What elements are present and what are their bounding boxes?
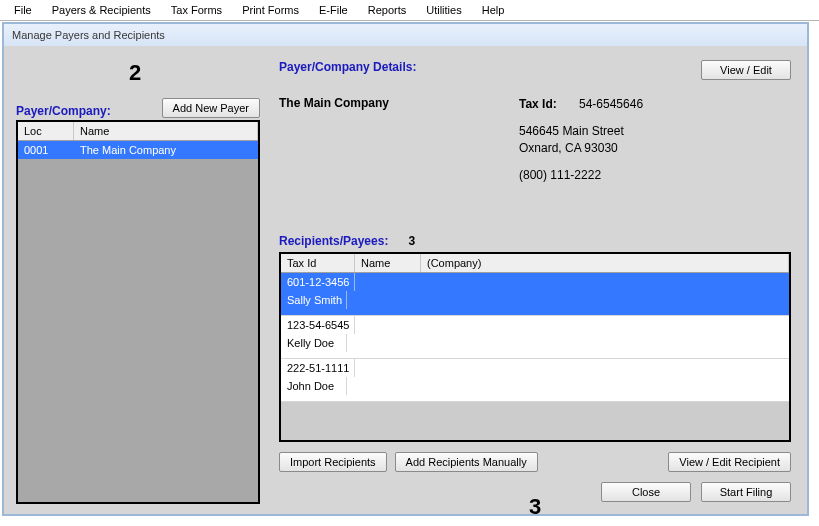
payers-th-name[interactable]: Name xyxy=(74,122,258,140)
address-line2: Oxnard, CA 93030 xyxy=(519,140,643,157)
annotation-3: 3 xyxy=(281,494,789,520)
taxid-label: Tax Id: xyxy=(519,96,579,113)
menu-efile[interactable]: E-File xyxy=(309,2,358,18)
menubar: File Payers & Recipients Tax Forms Print… xyxy=(0,0,819,21)
payers-th-loc[interactable]: Loc xyxy=(18,122,74,140)
menu-reports[interactable]: Reports xyxy=(358,2,417,18)
payers-column: Payer/Company: Add New Payer Loc Name 00… xyxy=(16,98,260,504)
recip-cell-company xyxy=(281,352,789,358)
recip-row[interactable]: 222-51-1111 John Doe xyxy=(281,359,789,402)
view-edit-recipient-button[interactable]: View / Edit Recipient xyxy=(668,452,791,472)
menu-utilities[interactable]: Utilities xyxy=(416,2,471,18)
recipients-table: Tax Id Name (Company) 601-12-3456 Sally … xyxy=(279,252,791,442)
recipients-count: 3 xyxy=(408,234,415,248)
recip-th-taxid[interactable]: Tax Id xyxy=(281,254,355,272)
address-line1: 546645 Main Street xyxy=(519,123,643,140)
recip-th-name[interactable]: Name xyxy=(355,254,421,272)
add-new-payer-button[interactable]: Add New Payer xyxy=(162,98,260,118)
payer-details-heading: Payer/Company Details: xyxy=(279,60,416,74)
taxid-value: 54-6545646 xyxy=(579,96,643,113)
payer-company-label: Payer/Company: xyxy=(16,104,111,118)
view-edit-payer-button[interactable]: View / Edit xyxy=(701,60,791,80)
phone: (800) 111-2222 xyxy=(519,167,643,184)
menu-payers-recipients[interactable]: Payers & Recipients xyxy=(42,2,161,18)
menu-file[interactable]: File xyxy=(4,2,42,18)
recip-th-company[interactable]: (Company) xyxy=(421,254,789,272)
payers-cell-loc: 0001 xyxy=(18,141,74,159)
recip-cell-taxid: 123-54-6545 xyxy=(281,316,355,334)
payers-table: Loc Name 0001 The Main Company xyxy=(16,120,260,504)
recip-row[interactable]: 601-12-3456 Sally Smith xyxy=(281,273,789,316)
recip-cell-name: Sally Smith xyxy=(281,291,347,309)
add-recipients-manually-button[interactable]: Add Recipients Manually xyxy=(395,452,538,472)
recip-cell-company xyxy=(281,309,789,315)
import-recipients-button[interactable]: Import Recipients xyxy=(279,452,387,472)
recip-cell-taxid: 601-12-3456 xyxy=(281,273,355,291)
annotation-2: 2 xyxy=(129,60,141,86)
payers-cell-name: The Main Company xyxy=(74,141,258,159)
recip-cell-company xyxy=(281,395,789,401)
payers-row[interactable]: 0001 The Main Company xyxy=(18,141,258,159)
window-title: Manage Payers and Recipients xyxy=(12,29,165,41)
manage-window: Manage Payers and Recipients 2 Payer/Com… xyxy=(2,22,809,516)
window-titlebar: Manage Payers and Recipients xyxy=(4,24,807,46)
recip-row[interactable]: 123-54-6545 Kelly Doe xyxy=(281,316,789,359)
recip-cell-taxid: 222-51-1111 xyxy=(281,359,355,377)
recipients-heading: Recipients/Payees: xyxy=(279,234,388,248)
recip-cell-name: John Doe xyxy=(281,377,347,395)
menu-tax-forms[interactable]: Tax Forms xyxy=(161,2,232,18)
company-name: The Main Company xyxy=(279,96,519,184)
menu-help[interactable]: Help xyxy=(472,2,515,18)
menu-print-forms[interactable]: Print Forms xyxy=(232,2,309,18)
recip-cell-name: Kelly Doe xyxy=(281,334,347,352)
payer-details: Payer/Company Details: View / Edit The M… xyxy=(279,60,791,184)
recipients-section: Recipients/Payees: 3 Tax Id Name (Compan… xyxy=(279,234,791,502)
